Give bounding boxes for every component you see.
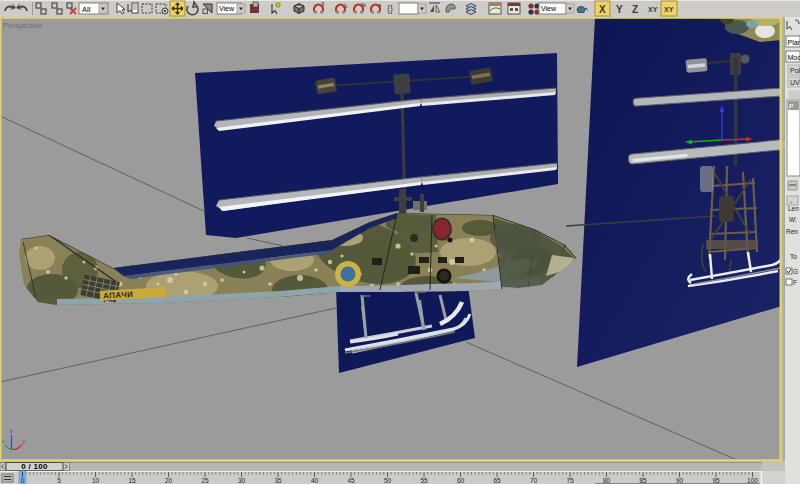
svg-text:Plane0: Plane0 — [788, 39, 800, 46]
svg-text:Ren: Ren — [786, 228, 798, 235]
svg-text:0: 0 — [21, 477, 25, 484]
svg-text:F: F — [793, 279, 797, 286]
svg-text:75: 75 — [566, 477, 574, 484]
svg-text:UV: UV — [790, 79, 800, 86]
svg-text:XY: XY — [648, 6, 658, 13]
svg-text:5: 5 — [57, 477, 61, 484]
svg-text:z: z — [10, 428, 13, 434]
svg-text:80: 80 — [603, 477, 611, 484]
svg-text:W:: W: — [789, 216, 797, 223]
svg-text:40: 40 — [311, 477, 319, 484]
svg-text:55: 55 — [420, 477, 428, 484]
svg-text:100: 100 — [747, 477, 758, 484]
svg-text:70: 70 — [530, 477, 538, 484]
svg-text:P: P — [789, 103, 794, 110]
svg-text:All: All — [82, 5, 91, 14]
svg-text:To: To — [790, 253, 797, 260]
svg-text:0 / 100: 0 / 100 — [21, 462, 48, 471]
svg-text:90: 90 — [676, 477, 684, 484]
svg-text:Len: Len — [788, 205, 799, 212]
svg-text:50: 50 — [384, 477, 392, 484]
svg-text:60: 60 — [457, 477, 465, 484]
svg-text:10: 10 — [92, 477, 100, 484]
svg-text:Perspective: Perspective — [3, 21, 42, 30]
svg-text:Z: Z — [632, 4, 638, 15]
svg-text:Modifi: Modifi — [788, 54, 800, 61]
svg-text:85: 85 — [639, 477, 647, 484]
svg-text:y: y — [23, 438, 26, 444]
svg-text:АПАЧИ: АПАЧИ — [103, 290, 134, 301]
svg-text:Y: Y — [616, 4, 623, 15]
svg-text:20: 20 — [165, 477, 173, 484]
svg-text:{}: {} — [387, 4, 393, 14]
svg-text:x: x — [2, 438, 5, 444]
svg-text:△: △ — [342, 2, 348, 8]
svg-text:25: 25 — [201, 477, 209, 484]
svg-text:G: G — [793, 268, 798, 275]
svg-text:65: 65 — [493, 477, 501, 484]
svg-text:View: View — [219, 5, 235, 12]
svg-text:15: 15 — [128, 477, 136, 484]
svg-text:Pol: Pol — [790, 67, 800, 74]
svg-text:X: X — [599, 4, 606, 15]
svg-text:View: View — [541, 5, 557, 12]
svg-text:45: 45 — [347, 477, 355, 484]
svg-text:30: 30 — [238, 477, 246, 484]
svg-text:95: 95 — [712, 477, 720, 484]
svg-text:35: 35 — [274, 477, 282, 484]
svg-text:%: % — [361, 2, 366, 8]
svg-text:3: 3 — [321, 1, 324, 7]
svg-text:XY: XY — [664, 6, 674, 13]
